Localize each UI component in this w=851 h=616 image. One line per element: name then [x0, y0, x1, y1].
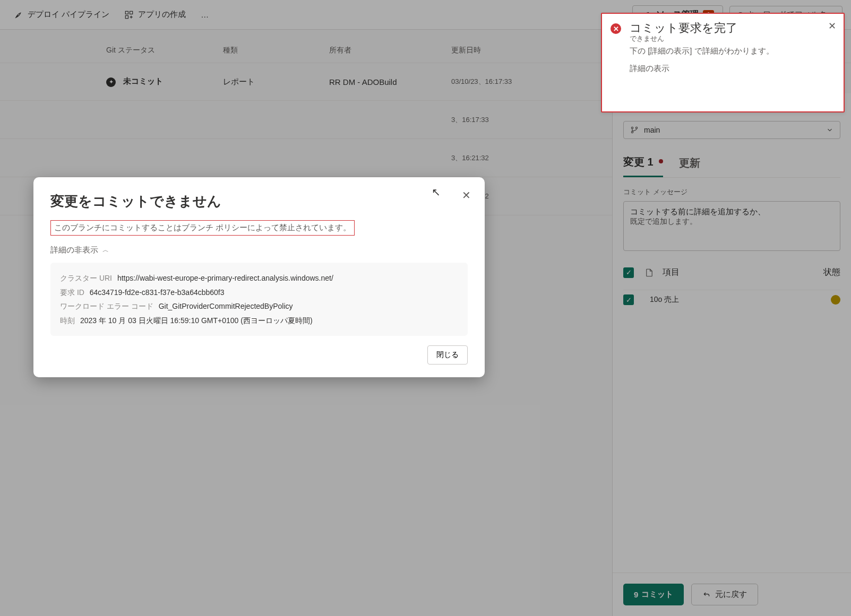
toggle-details-button[interactable]: 詳細の非表示 ︿: [50, 245, 468, 255]
error-toast: ✕ ✕ コミット要求を完了 できません 下の [詳細の表示] で詳細がわかります…: [601, 13, 845, 112]
modal-message: このブランチにコミットすることはブランチ ポリシーによって禁止されています。: [50, 220, 355, 236]
error-modal: ✕ 変更をコミットできません このブランチにコミットすることはブランチ ポリシー…: [33, 177, 485, 377]
toast-body: 下の [詳細の表示] で詳細がわかります。: [630, 46, 833, 56]
modal-title: 変更をコミットできません: [50, 192, 468, 211]
cluster-uri-value: https://wabi-west-europe-e-primary-redir…: [117, 274, 333, 282]
toast-details-link[interactable]: 詳細の表示: [630, 64, 669, 74]
error-code-value: Git_GitProviderCommitRejectedByPolicy: [159, 302, 293, 310]
modal-close-icon[interactable]: ✕: [462, 189, 471, 202]
error-details: クラスター URI https://wabi-west-europe-e-pri…: [50, 263, 468, 336]
toast-subtitle: できません: [630, 35, 833, 42]
error-code-label: ワークロード エラー コード: [60, 302, 153, 310]
request-id-label: 要求 ID: [60, 288, 84, 297]
modal-close-button[interactable]: 閉じる: [427, 345, 468, 365]
toggle-details-label: 詳細の非表示: [50, 245, 98, 255]
time-value: 2023 年 10 月 03 日火曜日 16:59:10 GMT+0100 (西…: [80, 316, 313, 325]
chevron-up-icon: ︿: [102, 246, 109, 255]
toast-close-button[interactable]: ✕: [828, 20, 836, 32]
time-label: 時刻: [60, 316, 75, 325]
toast-title: コミット要求を完了: [630, 21, 833, 35]
cluster-uri-label: クラスター URI: [60, 274, 112, 282]
request-id-value: 64c34719-fd2e-c831-f37e-b3a64cbb60f3: [90, 288, 225, 297]
error-icon: ✕: [611, 23, 621, 34]
